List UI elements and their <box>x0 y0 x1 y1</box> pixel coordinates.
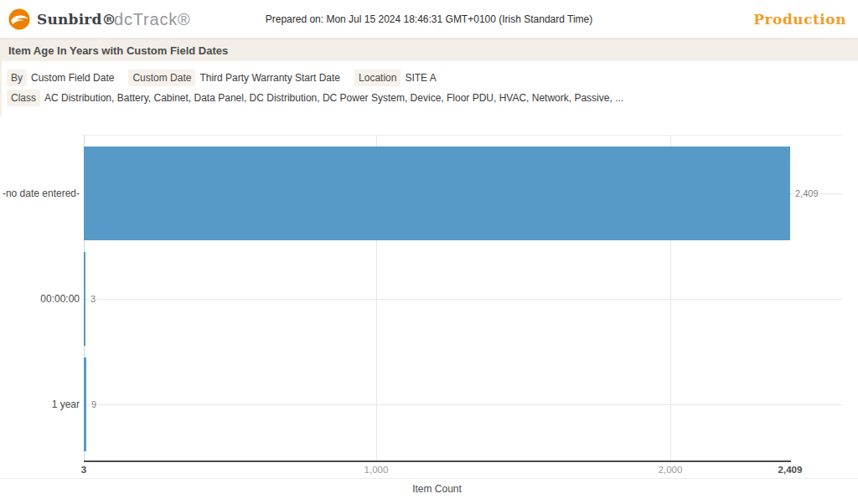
app-header: Sunbird® dcTrack® Prepared on: Mon Jul 1… <box>0 0 858 39</box>
report-title: Item Age In Years with Custom Field Date… <box>8 44 228 57</box>
filter-row-class: ClassAC Distribution, Battery, Cabinet, … <box>7 89 858 107</box>
report-title-bar: Item Age In Years with Custom Field Date… <box>0 39 858 61</box>
x-tick-label: 2,000 <box>659 465 683 475</box>
x-tick-label: 1,000 <box>364 465 389 475</box>
row-gridline <box>84 404 842 405</box>
value-label: 2,409 <box>793 187 820 200</box>
category-label: -no date entered- <box>0 187 80 200</box>
prepared-on-timestamp: Prepared on: Mon Jul 15 2024 18:46:31 GM… <box>266 0 593 39</box>
filter-value-location: SITE A <box>405 72 436 84</box>
item-age-chart: Item Count -no date entered-2,40900:00:0… <box>0 117 858 504</box>
filter-row-dates: ByCustom Field DateCustom DateThird Part… <box>7 69 858 87</box>
x-axis-title: Item Count <box>84 483 790 495</box>
bar[interactable] <box>84 252 85 346</box>
value-label: 3 <box>89 292 97 306</box>
category-label: 1 year <box>0 398 80 411</box>
category-label: 00:00:00 <box>0 292 80 306</box>
environment-badge: Production <box>753 0 846 39</box>
filter-chip-class: Class <box>7 90 40 106</box>
x-tick-label: 3 <box>81 465 86 475</box>
row-gridline <box>84 299 842 300</box>
plot-top-gridline <box>84 135 842 136</box>
filter-chip-location: Location <box>354 69 401 86</box>
product-name: dcTrack® <box>114 0 191 39</box>
sunbird-logo-icon <box>8 8 30 30</box>
bar[interactable] <box>84 147 790 240</box>
value-label: 9 <box>90 398 98 411</box>
filter-chip-custom-date: Custom Date <box>128 69 195 86</box>
bar[interactable] <box>84 357 86 451</box>
brand-name: Sunbird® <box>37 0 116 39</box>
filter-value-class: AC Distribution, Battery, Cabinet, Data … <box>44 92 623 104</box>
chart-bottom-divider <box>0 478 858 479</box>
report-filters: ByCustom Field DateCustom DateThird Part… <box>0 61 858 116</box>
filter-chip-by: By <box>7 69 27 86</box>
x-axis-line <box>84 460 791 462</box>
filter-value-by: Custom Field Date <box>31 72 114 84</box>
filter-value-custom-date: Third Party Warranty Start Date <box>199 72 340 84</box>
x-tick-label: 2,409 <box>778 465 803 475</box>
report-page: Sunbird® dcTrack® Prepared on: Mon Jul 1… <box>0 0 858 504</box>
